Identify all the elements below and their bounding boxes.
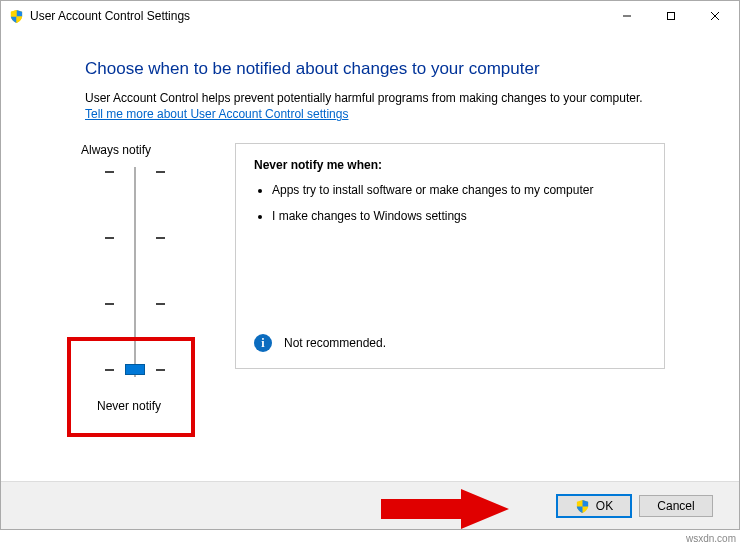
maximize-button[interactable] bbox=[649, 1, 693, 31]
ok-button[interactable]: OK bbox=[557, 495, 631, 517]
description-bullet: I make changes to Windows settings bbox=[272, 208, 646, 224]
svg-rect-1 bbox=[668, 13, 675, 20]
cancel-button-label: Cancel bbox=[657, 499, 694, 513]
titlebar: User Account Control Settings bbox=[1, 1, 739, 31]
description-list: Apps try to install software or make cha… bbox=[272, 182, 646, 224]
description-title: Never notify me when: bbox=[254, 158, 646, 172]
slider-label-never-notify: Never notify bbox=[97, 399, 161, 413]
uac-settings-window: User Account Control Settings Choose whe… bbox=[0, 0, 740, 530]
content-area: Choose when to be notified about changes… bbox=[1, 31, 739, 377]
description-bullet: Apps try to install software or make cha… bbox=[272, 182, 646, 198]
uac-shield-icon bbox=[9, 9, 24, 24]
slider-column: Always notify bbox=[85, 143, 195, 377]
slider-label-always-notify: Always notify bbox=[81, 143, 195, 157]
recommendation-text: Not recommended. bbox=[284, 336, 386, 350]
ok-button-label: OK bbox=[596, 499, 613, 513]
uac-shield-icon bbox=[575, 499, 588, 512]
window-title: User Account Control Settings bbox=[30, 9, 190, 23]
cancel-button[interactable]: Cancel bbox=[639, 495, 713, 517]
description-panel: Never notify me when: Apps try to instal… bbox=[235, 143, 665, 369]
page-heading: Choose when to be notified about changes… bbox=[85, 59, 679, 79]
dialog-button-bar: OK Cancel bbox=[1, 481, 739, 529]
watermark: wsxdn.com bbox=[686, 533, 736, 544]
minimize-button[interactable] bbox=[605, 1, 649, 31]
arrow-annotation bbox=[381, 487, 511, 523]
learn-more-link[interactable]: Tell me more about User Account Control … bbox=[85, 107, 348, 121]
close-button[interactable] bbox=[693, 1, 737, 31]
svg-marker-4 bbox=[381, 489, 509, 529]
notification-level-slider[interactable] bbox=[105, 167, 165, 377]
slider-thumb[interactable] bbox=[125, 364, 145, 375]
info-icon: i bbox=[254, 334, 272, 352]
page-subtext: User Account Control helps prevent poten… bbox=[85, 91, 679, 105]
